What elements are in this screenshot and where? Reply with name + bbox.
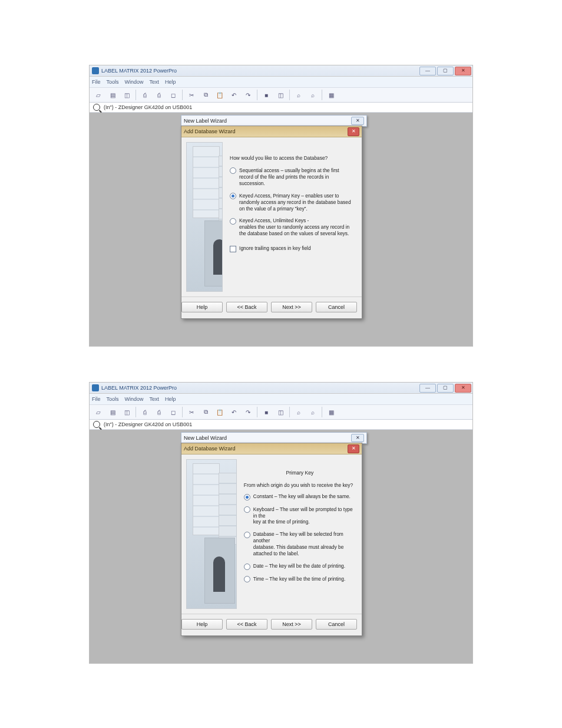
minimize-button[interactable]: — xyxy=(419,384,436,393)
toolbar-save-icon[interactable]: ◫ xyxy=(120,89,133,101)
maximize-button[interactable]: ▢ xyxy=(437,384,454,393)
option-unlimited-keys-desc: enables the user to randomly access any … xyxy=(239,224,356,237)
toolbar: ▱ ▤ ◫ ⎙ ⎙ ◻ ✂ ⧉ 📋 ↶ ↷ ■ ◫ ⌕ ⌕ ▦ xyxy=(90,88,472,103)
toolbar-zoomin-icon[interactable]: ⌕ xyxy=(292,89,305,101)
help-button[interactable]: Help xyxy=(181,302,223,312)
menu-help[interactable]: Help xyxy=(165,396,176,402)
app-icon xyxy=(92,67,99,74)
toolbar-new-icon[interactable]: ▱ xyxy=(92,406,105,418)
toolbar-open-icon[interactable]: ▤ xyxy=(106,89,119,101)
toolbar-zoomout-icon[interactable]: ⌕ xyxy=(306,406,319,418)
menu-text[interactable]: Text xyxy=(150,396,160,402)
toolbar-print2-icon[interactable]: ⎙ xyxy=(153,89,166,101)
app-titlebar: LABEL MATRIX 2012 PowerPro — ▢ ✕ xyxy=(90,383,472,394)
toolbar-grid-icon[interactable]: ▦ xyxy=(325,89,338,101)
wizard-illustration xyxy=(186,459,237,609)
help-button[interactable]: Help xyxy=(181,619,223,630)
checkbox-ignore-trailing[interactable]: Ignore trailing spaces in key field xyxy=(230,245,356,252)
next-button[interactable]: Next >> xyxy=(271,302,312,312)
toolbar-grid-icon[interactable]: ▦ xyxy=(325,406,338,418)
option-sequential-desc: record of the file and prints the record… xyxy=(239,174,356,187)
option-database-title: Database – The key will be selected from… xyxy=(253,531,356,544)
toolbar-cut-icon[interactable]: ✂ xyxy=(185,406,198,418)
toolbar-redo-icon[interactable]: ↷ xyxy=(242,406,254,418)
toolbar-zoomin-icon[interactable]: ⌕ xyxy=(292,406,305,418)
option-sequential-title: Sequential access – usually begins at th… xyxy=(239,167,356,174)
option-keyboard[interactable]: Keyboard – The user will be prompted to … xyxy=(244,506,356,526)
wizard-heading: Primary Key xyxy=(244,470,356,476)
new-label-wizard-window: New Label Wizard ✕ xyxy=(181,115,367,127)
menu-tools[interactable]: Tools xyxy=(107,396,119,402)
option-database[interactable]: Database – The key will be selected from… xyxy=(244,531,356,557)
menu-file[interactable]: File xyxy=(92,79,101,85)
infobar-text: (In") - ZDesigner GK420d on USB001 xyxy=(104,104,192,110)
radio-icon xyxy=(244,576,250,582)
wizard-question: From which origin do you wish to receive… xyxy=(244,482,356,489)
toolbar-undo-icon[interactable]: ↶ xyxy=(227,89,240,101)
option-keyboard-title: Keyboard – The user will be prompted to … xyxy=(253,506,356,519)
toolbar-new-icon[interactable]: ▱ xyxy=(92,89,105,101)
wizard-titlebar: Add Database Wizard ✕ xyxy=(181,443,362,454)
toolbar-print-icon[interactable]: ⎙ xyxy=(138,406,151,418)
wizard-content: Primary Key From which origin do you wis… xyxy=(243,459,357,609)
toolbar-db-icon[interactable]: ◫ xyxy=(274,89,287,101)
menu-window[interactable]: Window xyxy=(125,79,144,85)
toolbar-disk-icon[interactable]: ■ xyxy=(260,406,273,418)
menu-file[interactable]: File xyxy=(92,396,101,402)
cancel-button[interactable]: Cancel xyxy=(316,302,357,312)
option-sequential[interactable]: Sequential access – usually begins at th… xyxy=(230,167,356,187)
back-button[interactable]: << Back xyxy=(226,619,267,630)
radio-icon xyxy=(230,193,236,199)
toolbar-undo-icon[interactable]: ↶ xyxy=(227,406,240,418)
toolbar-copy-icon[interactable]: ⧉ xyxy=(199,406,212,418)
menu-help[interactable]: Help xyxy=(165,79,176,85)
radio-icon xyxy=(244,494,250,500)
option-primary-key[interactable]: Keyed Access, Primary Key – enables user… xyxy=(230,193,356,212)
new-label-wizard-window: New Label Wizard ✕ xyxy=(181,432,367,444)
toolbar-print-icon[interactable]: ⎙ xyxy=(138,89,151,101)
close-button[interactable]: ✕ xyxy=(455,67,471,75)
wizard-question: How would you like to access the Databas… xyxy=(230,155,356,162)
next-button[interactable]: Next >> xyxy=(271,619,312,630)
toolbar-paste-icon[interactable]: 📋 xyxy=(213,406,226,418)
cancel-button[interactable]: Cancel xyxy=(316,619,357,630)
infobar: (In") - ZDesigner GK420d on USB001 xyxy=(90,420,472,430)
menu-window[interactable]: Window xyxy=(125,396,144,402)
toolbar-copy-icon[interactable]: ⧉ xyxy=(199,89,212,101)
toolbar-preview-icon[interactable]: ◻ xyxy=(167,89,180,101)
toolbar-print2-icon[interactable]: ⎙ xyxy=(153,406,166,418)
option-time[interactable]: Time – The key will be the time of print… xyxy=(244,576,356,583)
toolbar-zoomout-icon[interactable]: ⌕ xyxy=(306,89,319,101)
option-unlimited-keys-title: Keyed Access, Unlimited Keys - xyxy=(239,218,356,224)
menu-tools[interactable]: Tools xyxy=(107,79,119,85)
wizard-close-button[interactable]: ✕ xyxy=(348,444,359,453)
toolbar-preview-icon[interactable]: ◻ xyxy=(167,406,180,418)
minimize-button[interactable]: — xyxy=(419,67,436,75)
option-date[interactable]: Date – The key will be the date of print… xyxy=(244,563,356,570)
wizard-close-button[interactable]: ✕ xyxy=(348,127,359,136)
magnifier-icon xyxy=(93,104,100,111)
toolbar-disk-icon[interactable]: ■ xyxy=(260,89,273,101)
toolbar-db-icon[interactable]: ◫ xyxy=(274,406,287,418)
screenshot-2: LABEL MATRIX 2012 PowerPro — ▢ ✕ File To… xyxy=(89,382,473,664)
maximize-button[interactable]: ▢ xyxy=(437,67,454,75)
behind-close-button[interactable]: ✕ xyxy=(351,117,364,125)
close-button[interactable]: ✕ xyxy=(455,384,471,393)
toolbar-save-icon[interactable]: ◫ xyxy=(120,406,133,418)
workspace: New Label Wizard ✕ Add Database Wizard ✕ xyxy=(90,430,472,663)
option-constant-label: Constant – The key will always be the sa… xyxy=(253,493,351,500)
option-constant[interactable]: Constant – The key will always be the sa… xyxy=(244,493,356,500)
option-keyboard-desc: key at the time of printing. xyxy=(253,519,356,525)
toolbar: ▱ ▤ ◫ ⎙ ⎙ ◻ ✂ ⧉ 📋 ↶ ↷ ■ ◫ ⌕ ⌕ ▦ xyxy=(90,405,472,420)
behind-close-button[interactable]: ✕ xyxy=(351,434,364,442)
radio-icon xyxy=(230,167,236,174)
option-unlimited-keys[interactable]: Keyed Access, Unlimited Keys - enables t… xyxy=(230,218,356,237)
wizard-buttons: Help << Back Next >> Cancel xyxy=(181,614,362,635)
radio-icon xyxy=(244,506,250,513)
back-button[interactable]: << Back xyxy=(226,302,267,312)
toolbar-open-icon[interactable]: ▤ xyxy=(106,406,119,418)
toolbar-cut-icon[interactable]: ✂ xyxy=(185,89,198,101)
toolbar-paste-icon[interactable]: 📋 xyxy=(213,89,226,101)
toolbar-redo-icon[interactable]: ↷ xyxy=(242,89,254,101)
menu-text[interactable]: Text xyxy=(150,79,160,85)
